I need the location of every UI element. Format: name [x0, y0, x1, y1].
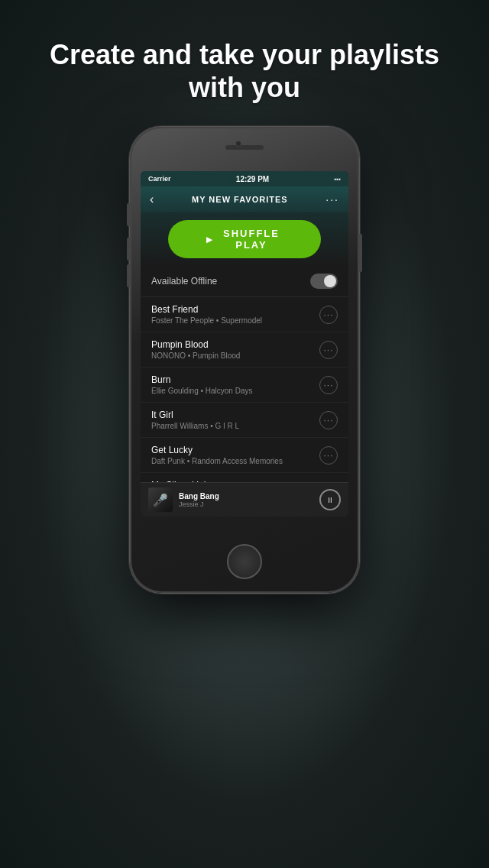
play-icon: ▶ [206, 235, 214, 244]
offline-toggle[interactable] [310, 274, 338, 289]
track-item[interactable]: Burn Ellie Goulding • Halcyon Days ··· [141, 368, 348, 403]
phone-shell: Carrier 12:29 PM ▪▪▪ ‹ MY NEW FAVORITES … [130, 127, 359, 593]
track-sub: NONONO • Pumpin Blood [151, 351, 319, 360]
status-icons: ▪▪▪ [334, 176, 341, 183]
track-menu-button[interactable]: ··· [319, 446, 338, 465]
more-button[interactable]: ··· [325, 193, 339, 206]
playlist-title: MY NEW FAVORITES [192, 195, 288, 204]
offline-row: Available Offline [141, 266, 348, 297]
status-bar: Carrier 12:29 PM ▪▪▪ [141, 171, 348, 186]
track-name: It Girl [151, 410, 319, 420]
track-sub: Daft Punk • Random Access Memories [151, 457, 319, 465]
now-playing-artist: Jessie J [179, 500, 219, 508]
status-time: 12:29 PM [236, 175, 269, 183]
track-sub: Ellie Goulding • Halcyon Days [151, 387, 319, 395]
track-info: Burn Ellie Goulding • Halcyon Days [151, 374, 319, 395]
track-name: Get Lucky [151, 445, 319, 455]
track-item[interactable]: Pumpin Blood NONONO • Pumpin Blood ··· [141, 332, 348, 368]
front-camera [235, 141, 241, 147]
pause-button[interactable]: ⏸ [319, 489, 341, 510]
track-name: Best Friend [151, 304, 319, 315]
track-name: Pumpin Blood [151, 339, 319, 350]
back-button[interactable]: ‹ [150, 193, 154, 206]
now-playing-title: Bang Bang [179, 492, 219, 500]
shuffle-label: SHUFFLE PLAY [220, 228, 283, 251]
now-playing-info: Bang Bang Jessie J [179, 492, 219, 508]
album-thumbnail: 🎤 [148, 487, 173, 512]
shuffle-section: ▶ SHUFFLE PLAY [141, 212, 348, 266]
track-item[interactable]: Best Friend Foster The People • Supermod… [141, 297, 348, 332]
now-playing-bar[interactable]: 🎤 Bang Bang Jessie J ⏸ [141, 482, 348, 517]
home-button[interactable] [227, 544, 262, 579]
album-emoji: 🎤 [153, 493, 168, 507]
track-name: Burn [151, 374, 319, 385]
track-menu-button[interactable]: ··· [319, 341, 338, 359]
track-info: Best Friend Foster The People • Supermod… [151, 304, 319, 325]
now-playing-left: 🎤 Bang Bang Jessie J [148, 487, 219, 512]
phone-screen: Carrier 12:29 PM ▪▪▪ ‹ MY NEW FAVORITES … [141, 171, 348, 517]
track-info: It Girl Pharrell Williams • G I R L [151, 410, 319, 430]
track-sub: Pharrell Williams • G I R L [151, 422, 319, 430]
track-info: Pumpin Blood NONONO • Pumpin Blood [151, 339, 319, 360]
track-list: Best Friend Foster The People • Supermod… [141, 297, 348, 482]
track-item[interactable]: It Girl Pharrell Williams • G I R L ··· [141, 403, 348, 438]
track-item[interactable]: Get Lucky Daft Punk • Random Access Memo… [141, 438, 348, 473]
track-menu-button[interactable]: ··· [319, 376, 338, 394]
track-item-partial[interactable]: My Silver Lining [141, 473, 348, 482]
nav-bar: ‹ MY NEW FAVORITES ··· [141, 186, 348, 212]
shuffle-play-button[interactable]: ▶ SHUFFLE PLAY [168, 220, 321, 258]
track-menu-button[interactable]: ··· [319, 306, 338, 324]
headline: Create and take your playlists with you [0, 38, 489, 104]
track-sub: Foster The People • Supermodel [151, 316, 319, 325]
track-info: Get Lucky Daft Punk • Random Access Memo… [151, 445, 319, 465]
offline-label: Available Offline [151, 276, 217, 287]
track-menu-button[interactable]: ··· [319, 411, 338, 429]
speaker-grill [225, 145, 264, 150]
carrier-label: Carrier [148, 175, 171, 183]
